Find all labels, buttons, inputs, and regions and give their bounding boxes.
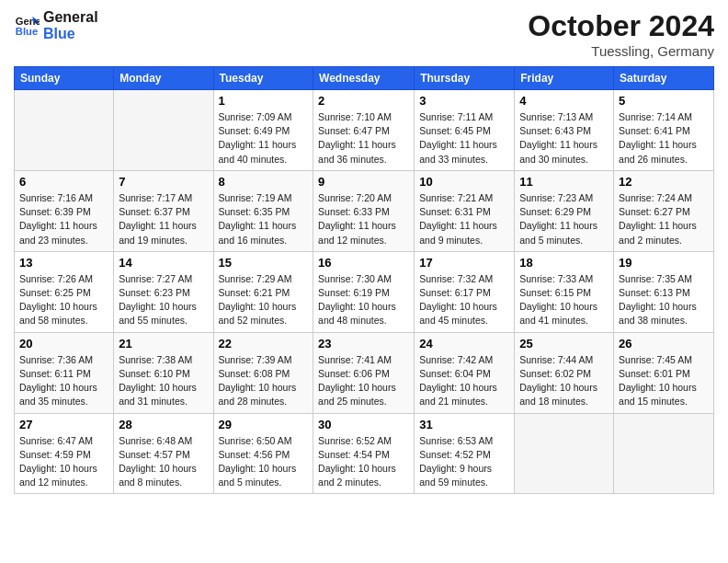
- weekday-header-wednesday: Wednesday: [313, 67, 415, 90]
- day-number: 16: [318, 256, 409, 270]
- cell-daylight-info: Sunrise: 7:41 AMSunset: 6:06 PMDaylight:…: [318, 353, 409, 409]
- day-number: 22: [219, 337, 309, 350]
- day-number: 11: [519, 175, 609, 189]
- cell-daylight-info: Sunrise: 7:45 AMSunset: 6:01 PMDaylight:…: [619, 353, 709, 409]
- day-number: 20: [19, 337, 108, 350]
- weekday-header-sunday: Sunday: [15, 67, 114, 90]
- day-number: 17: [419, 256, 509, 270]
- cell-daylight-info: Sunrise: 7:35 AMSunset: 6:13 PMDaylight:…: [619, 272, 709, 328]
- calendar-week-row: 1Sunrise: 7:09 AMSunset: 6:49 PMDaylight…: [15, 90, 714, 171]
- calendar-cell: 19Sunrise: 7:35 AMSunset: 6:13 PMDayligh…: [614, 251, 714, 332]
- calendar-cell: 26Sunrise: 7:45 AMSunset: 6:01 PMDayligh…: [614, 332, 714, 413]
- calendar-week-row: 27Sunrise: 6:47 AMSunset: 4:59 PMDayligh…: [15, 413, 714, 494]
- day-number: 7: [119, 175, 208, 189]
- cell-daylight-info: Sunrise: 6:52 AMSunset: 4:54 PMDaylight:…: [318, 434, 409, 490]
- day-number: 28: [119, 418, 208, 431]
- day-number: 18: [519, 256, 609, 270]
- day-number: 21: [119, 337, 208, 350]
- location: Tuessling, Germany: [528, 43, 714, 59]
- cell-daylight-info: Sunrise: 7:19 AMSunset: 6:35 PMDaylight:…: [219, 191, 309, 247]
- cell-daylight-info: Sunrise: 7:16 AMSunset: 6:39 PMDaylight:…: [19, 191, 108, 247]
- calendar-cell: 11Sunrise: 7:23 AMSunset: 6:29 PMDayligh…: [515, 170, 614, 251]
- day-number: 4: [519, 94, 609, 108]
- day-number: 27: [19, 418, 108, 431]
- day-number: 19: [619, 256, 709, 270]
- logo-icon: General Blue: [14, 13, 40, 39]
- cell-daylight-info: Sunrise: 6:50 AMSunset: 4:56 PMDaylight:…: [219, 434, 309, 490]
- calendar-table: SundayMondayTuesdayWednesdayThursdayFrid…: [14, 66, 714, 494]
- cell-daylight-info: Sunrise: 7:09 AMSunset: 6:49 PMDaylight:…: [219, 110, 309, 167]
- calendar-cell: 31Sunrise: 6:53 AMSunset: 4:52 PMDayligh…: [415, 413, 515, 494]
- day-number: 13: [19, 256, 108, 270]
- day-number: 23: [318, 337, 409, 350]
- calendar-cell: 21Sunrise: 7:38 AMSunset: 6:10 PMDayligh…: [114, 332, 213, 413]
- cell-daylight-info: Sunrise: 7:23 AMSunset: 6:29 PMDaylight:…: [519, 191, 609, 247]
- calendar-cell: 8Sunrise: 7:19 AMSunset: 6:35 PMDaylight…: [213, 170, 313, 251]
- calendar-cell: 18Sunrise: 7:33 AMSunset: 6:15 PMDayligh…: [515, 251, 614, 332]
- calendar-cell: 16Sunrise: 7:30 AMSunset: 6:19 PMDayligh…: [313, 251, 415, 332]
- calendar-cell: 25Sunrise: 7:44 AMSunset: 6:02 PMDayligh…: [515, 332, 614, 413]
- calendar-cell: 20Sunrise: 7:36 AMSunset: 6:11 PMDayligh…: [15, 332, 114, 413]
- cell-daylight-info: Sunrise: 7:30 AMSunset: 6:19 PMDaylight:…: [318, 272, 409, 328]
- cell-daylight-info: Sunrise: 6:47 AMSunset: 4:59 PMDaylight:…: [19, 434, 108, 490]
- calendar-week-row: 13Sunrise: 7:26 AMSunset: 6:25 PMDayligh…: [15, 251, 714, 332]
- page-header: General Blue General Blue October 2024 T…: [14, 9, 714, 59]
- weekday-header-saturday: Saturday: [614, 67, 714, 90]
- calendar-cell: 7Sunrise: 7:17 AMSunset: 6:37 PMDaylight…: [114, 170, 213, 251]
- cell-daylight-info: Sunrise: 7:26 AMSunset: 6:25 PMDaylight:…: [19, 272, 108, 328]
- cell-daylight-info: Sunrise: 7:36 AMSunset: 6:11 PMDaylight:…: [19, 353, 108, 409]
- cell-daylight-info: Sunrise: 7:17 AMSunset: 6:37 PMDaylight:…: [119, 191, 208, 247]
- calendar-cell: [515, 413, 614, 494]
- weekday-header-tuesday: Tuesday: [213, 67, 313, 90]
- calendar-cell: [114, 90, 213, 171]
- calendar-cell: 9Sunrise: 7:20 AMSunset: 6:33 PMDaylight…: [313, 170, 415, 251]
- cell-daylight-info: Sunrise: 7:11 AMSunset: 6:45 PMDaylight:…: [419, 110, 509, 167]
- logo-line1: General: [43, 9, 98, 26]
- day-number: 25: [519, 337, 609, 350]
- logo: General Blue General Blue: [14, 9, 98, 43]
- cell-daylight-info: Sunrise: 7:33 AMSunset: 6:15 PMDaylight:…: [519, 272, 609, 328]
- day-number: 12: [619, 175, 709, 189]
- cell-daylight-info: Sunrise: 7:20 AMSunset: 6:33 PMDaylight:…: [318, 191, 409, 247]
- calendar-cell: 3Sunrise: 7:11 AMSunset: 6:45 PMDaylight…: [415, 90, 515, 171]
- calendar-cell: 22Sunrise: 7:39 AMSunset: 6:08 PMDayligh…: [213, 332, 313, 413]
- title-block: October 2024 Tuessling, Germany: [528, 9, 714, 59]
- day-number: 30: [318, 418, 409, 431]
- day-number: 8: [219, 175, 309, 189]
- day-number: 9: [318, 175, 409, 189]
- cell-daylight-info: Sunrise: 6:53 AMSunset: 4:52 PMDaylight:…: [419, 434, 509, 490]
- day-number: 14: [119, 256, 208, 270]
- calendar-cell: 23Sunrise: 7:41 AMSunset: 6:06 PMDayligh…: [313, 332, 415, 413]
- calendar-cell: [614, 413, 714, 494]
- day-number: 1: [219, 94, 309, 108]
- calendar-week-row: 20Sunrise: 7:36 AMSunset: 6:11 PMDayligh…: [15, 332, 714, 413]
- cell-daylight-info: Sunrise: 7:21 AMSunset: 6:31 PMDaylight:…: [419, 191, 509, 247]
- calendar-cell: 13Sunrise: 7:26 AMSunset: 6:25 PMDayligh…: [15, 251, 114, 332]
- weekday-header-row: SundayMondayTuesdayWednesdayThursdayFrid…: [15, 67, 714, 90]
- month-title: October 2024: [528, 9, 714, 43]
- day-number: 31: [419, 418, 509, 431]
- cell-daylight-info: Sunrise: 7:42 AMSunset: 6:04 PMDaylight:…: [419, 353, 509, 409]
- calendar-cell: 1Sunrise: 7:09 AMSunset: 6:49 PMDaylight…: [213, 90, 313, 171]
- svg-text:Blue: Blue: [16, 27, 38, 38]
- cell-daylight-info: Sunrise: 7:27 AMSunset: 6:23 PMDaylight:…: [119, 272, 208, 328]
- calendar-cell: 27Sunrise: 6:47 AMSunset: 4:59 PMDayligh…: [15, 413, 114, 494]
- calendar-cell: 4Sunrise: 7:13 AMSunset: 6:43 PMDaylight…: [515, 90, 614, 171]
- calendar-cell: [15, 90, 114, 171]
- cell-daylight-info: Sunrise: 7:32 AMSunset: 6:17 PMDaylight:…: [419, 272, 509, 328]
- cell-daylight-info: Sunrise: 7:38 AMSunset: 6:10 PMDaylight:…: [119, 353, 208, 409]
- calendar-cell: 30Sunrise: 6:52 AMSunset: 4:54 PMDayligh…: [313, 413, 415, 494]
- cell-daylight-info: Sunrise: 7:39 AMSunset: 6:08 PMDaylight:…: [219, 353, 309, 409]
- day-number: 29: [219, 418, 309, 431]
- day-number: 2: [318, 94, 409, 108]
- weekday-header-monday: Monday: [114, 67, 213, 90]
- weekday-header-friday: Friday: [515, 67, 614, 90]
- calendar-cell: 24Sunrise: 7:42 AMSunset: 6:04 PMDayligh…: [415, 332, 515, 413]
- cell-daylight-info: Sunrise: 7:14 AMSunset: 6:41 PMDaylight:…: [619, 110, 709, 167]
- cell-daylight-info: Sunrise: 7:13 AMSunset: 6:43 PMDaylight:…: [519, 110, 609, 167]
- day-number: 24: [419, 337, 509, 350]
- calendar-cell: 29Sunrise: 6:50 AMSunset: 4:56 PMDayligh…: [213, 413, 313, 494]
- calendar-cell: 14Sunrise: 7:27 AMSunset: 6:23 PMDayligh…: [114, 251, 213, 332]
- cell-daylight-info: Sunrise: 7:44 AMSunset: 6:02 PMDaylight:…: [519, 353, 609, 409]
- calendar-cell: 6Sunrise: 7:16 AMSunset: 6:39 PMDaylight…: [15, 170, 114, 251]
